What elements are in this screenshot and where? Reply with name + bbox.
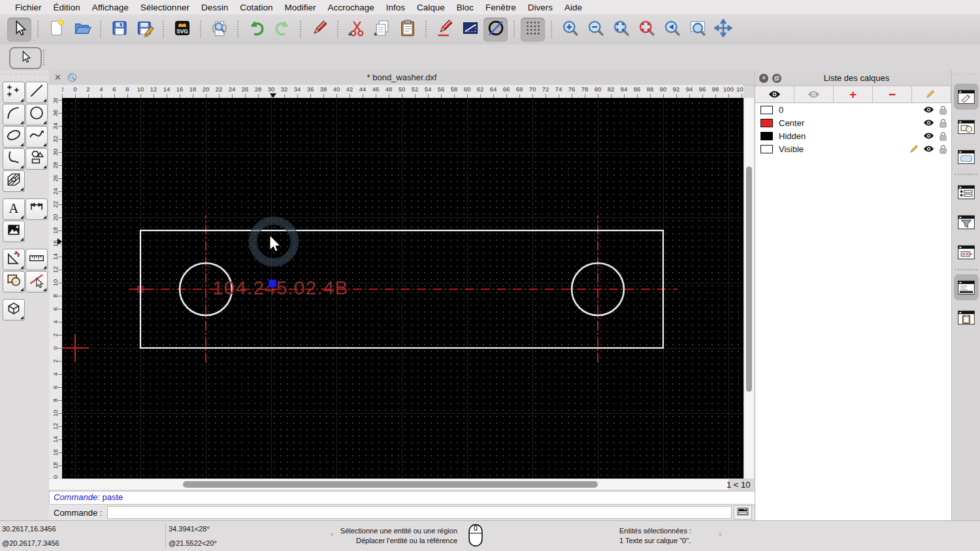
layer-lock-icon[interactable] (939, 144, 947, 154)
tool-polygon-button[interactable] (25, 148, 48, 170)
zoom-window-icon (689, 19, 707, 40)
layer-lock-icon[interactable] (939, 105, 947, 115)
menu-dessin[interactable]: Dessin (195, 3, 234, 12)
tool-hatch-button[interactable] (3, 170, 25, 192)
tool-3d-box-button[interactable] (3, 299, 25, 321)
layer-row-visible[interactable]: Visible (755, 142, 951, 155)
tool-block-button[interactable] (3, 271, 25, 292)
save-button[interactable] (107, 18, 131, 42)
menu-fenetre[interactable]: Fenêtre (480, 3, 522, 12)
menu-fichier[interactable]: Fichier (9, 3, 48, 12)
cut-button[interactable]: + (344, 18, 368, 42)
dock-block-list-button[interactable] (954, 114, 979, 140)
dock-layer-list-button[interactable] (954, 84, 979, 110)
construction-toggle-button[interactable] (483, 18, 508, 42)
menu-affichage[interactable]: Affichage (86, 3, 135, 12)
float-panel-icon[interactable] (772, 74, 781, 83)
add-layer-button[interactable]: + (834, 86, 873, 102)
tool-measure-button[interactable] (3, 249, 25, 270)
draw-edit-button[interactable] (433, 18, 457, 42)
edit-layer-button[interactable] (912, 86, 951, 102)
zoom-previous-button[interactable] (660, 18, 684, 42)
dock-selection-filter-button[interactable] (954, 209, 979, 235)
show-all-layers-button[interactable] (755, 86, 794, 102)
zoom-out-button[interactable] (583, 18, 608, 42)
redo-button[interactable] (270, 18, 294, 42)
menu-cotation[interactable]: Cotation (234, 3, 278, 12)
menu-modifier[interactable]: Modifier (278, 3, 321, 12)
menu-bar: FichierÉditionAffichageSélectionnerDessi… (0, 0, 980, 15)
zoom-in-button[interactable] (558, 18, 582, 42)
layer-row-hidden[interactable]: Hidden (755, 129, 951, 142)
zoom-window-button[interactable] (685, 18, 710, 42)
layer-list-panel: ✕ Liste des calques +− 0CenterHiddenVisi… (755, 71, 951, 520)
layer-visibility-eye-icon[interactable] (923, 132, 934, 140)
zoom-auto-button[interactable] (609, 18, 633, 42)
tool-ellipse-button[interactable] (3, 126, 25, 148)
new-drawing-button[interactable] (44, 18, 69, 42)
dock-library-browser-button[interactable] (954, 144, 979, 170)
layer-color-swatch (760, 145, 773, 153)
undo-button[interactable] (244, 18, 269, 42)
hide-all-layers-button[interactable] (794, 86, 834, 102)
horizontal-scrollbar[interactable] (49, 479, 728, 490)
dock-entity-list-button[interactable] (954, 179, 979, 205)
layer-row-0[interactable]: 0 (755, 103, 951, 116)
palette-drag-handle[interactable]: ·········· (0, 71, 49, 80)
vertical-scrollbar-thumb[interactable] (746, 166, 752, 392)
select-tool-button[interactable] (9, 47, 42, 69)
toolbar-drag-handle[interactable] (43, 50, 44, 65)
tool-modify-button[interactable] (25, 271, 48, 292)
tool-points-button[interactable] (3, 82, 25, 103)
remove-layer-button[interactable]: − (873, 86, 912, 102)
dock-drag-handle[interactable]: ····· (952, 71, 980, 80)
dock-command-widget-button[interactable] (954, 274, 979, 300)
menu-bloc[interactable]: Bloc (451, 3, 480, 12)
menu-accrochage[interactable]: Accrochage (321, 3, 380, 12)
layer-row-center[interactable]: Center (755, 116, 951, 129)
save-as-button[interactable] (133, 18, 157, 42)
selection-info-line2: 1 Texte sur calque "0". (619, 536, 691, 546)
tool-spline-button[interactable] (25, 126, 48, 148)
tool-line-button[interactable] (25, 82, 48, 103)
grid-toggle-button[interactable] (521, 18, 545, 42)
command-options-button[interactable] (734, 505, 752, 520)
zoom-selection-button[interactable] (634, 18, 659, 42)
zoom-pan-button[interactable] (711, 18, 735, 42)
menu-infos[interactable]: Infos (380, 3, 411, 12)
dock-pen-palette-button[interactable] (954, 239, 979, 265)
delete-entities-button[interactable] (307, 18, 331, 42)
menu-divers[interactable]: Divers (522, 3, 559, 12)
layer-lock-icon[interactable] (939, 118, 947, 128)
print-preview-button[interactable] (207, 18, 231, 42)
menu-calque[interactable]: Calque (411, 3, 451, 12)
close-panel-icon[interactable]: ✕ (759, 74, 768, 83)
copy-button[interactable]: + (370, 18, 394, 42)
layer-lock-icon[interactable] (939, 131, 947, 141)
hruler-label: 32 (277, 86, 291, 93)
export-svg-button[interactable]: SVG (170, 18, 194, 42)
layer-visibility-eye-icon[interactable] (923, 119, 934, 127)
drawing-canvas[interactable]: 104.245.02.4B (62, 98, 743, 479)
select-pointer-button[interactable] (7, 18, 31, 42)
menu-aide[interactable]: Aide (559, 3, 588, 12)
tool-circle-button[interactable] (25, 104, 48, 125)
horizontal-scrollbar-thumb[interactable] (183, 481, 598, 488)
pen-preview-button[interactable] (458, 18, 482, 42)
tool-image-button[interactable] (3, 221, 25, 242)
tool-polyline-button[interactable] (3, 148, 25, 170)
paste-button[interactable] (395, 18, 419, 42)
vertical-scrollbar[interactable] (744, 98, 754, 479)
dock-clipboard-button[interactable] (954, 304, 979, 330)
layer-visibility-eye-icon[interactable] (923, 145, 934, 153)
layer-visibility-eye-icon[interactable] (923, 106, 934, 114)
command-input[interactable] (107, 506, 732, 519)
open-drawing-button[interactable] (70, 18, 94, 42)
palette-empty (25, 299, 48, 321)
tool-text-button[interactable]: A (3, 198, 25, 220)
menu-edition[interactable]: Édition (48, 3, 86, 12)
tool-dimension-button[interactable] (25, 198, 48, 220)
tool-ruler-button[interactable] (25, 249, 48, 270)
menu-selectionner[interactable]: Sélectionner (135, 3, 195, 12)
tool-arc-button[interactable] (3, 104, 25, 125)
